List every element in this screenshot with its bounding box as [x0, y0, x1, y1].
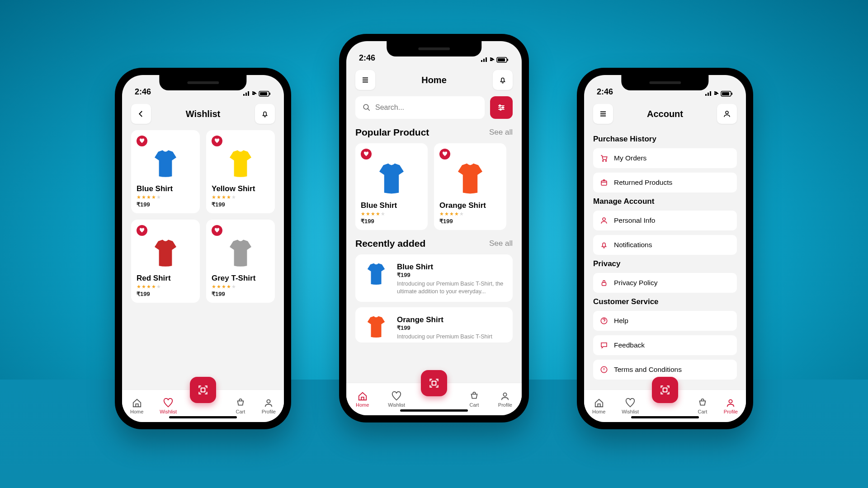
nav-cart[interactable]: Cart [698, 398, 708, 414]
popular-scroll[interactable]: Blue Shirt ★★★★★ ₹199 Orange Shirt ★★★★★… [355, 143, 513, 230]
status-icons [481, 56, 509, 63]
product-image [362, 261, 391, 288]
account-item-help[interactable]: Help [593, 311, 737, 331]
phone-home-mockup: 2:46 Home Search... [339, 34, 529, 422]
svg-point-8 [500, 109, 501, 110]
nav-profile[interactable]: Profile [724, 398, 738, 414]
svg-point-6 [499, 105, 500, 106]
product-price: ₹199 [397, 324, 506, 331]
svg-rect-16 [602, 282, 606, 286]
rating-stars: ★★★★★ [439, 211, 501, 217]
item-label: Feedback [614, 341, 645, 349]
nav-wishlist[interactable]: Wishlist [622, 398, 639, 414]
nav-profile[interactable]: Profile [498, 391, 512, 408]
product-card[interactable]: Grey T-Shirt ★★★★★ ₹199 [206, 220, 275, 303]
menu-button[interactable] [355, 70, 375, 90]
product-price: ₹199 [137, 201, 194, 208]
product-price: ₹199 [137, 291, 194, 297]
product-desc: Introducing our Premium Basic T-Shirt [397, 333, 506, 341]
product-card[interactable]: Yellow Shirt ★★★★★ ₹199 [206, 130, 275, 213]
search-input[interactable]: Search... [355, 96, 485, 119]
product-card[interactable]: Blue Shirt ★★★★★ ₹199 [355, 143, 428, 230]
nav-wishlist[interactable]: Wishlist [160, 398, 177, 414]
phone-wishlist-mockup: 2:46 Wishlist Blue Shirt ★★★★★ [115, 68, 291, 429]
heart-icon[interactable] [212, 136, 222, 146]
search-icon [363, 103, 371, 112]
back-button[interactable] [131, 104, 151, 124]
nav-home[interactable]: Home [356, 391, 369, 408]
account-item-personal-info[interactable]: Personal Info [593, 211, 737, 230]
account-item-my-orders[interactable]: My Orders [593, 148, 737, 168]
product-price: ₹199 [439, 218, 501, 225]
svg-point-15 [603, 218, 605, 221]
product-name: Blue Shirt [361, 201, 422, 210]
see-all-link[interactable]: See all [489, 239, 513, 248]
chat-icon [599, 341, 609, 349]
user-button[interactable] [717, 104, 737, 124]
rating-stars: ★★★★★ [137, 284, 194, 290]
account-item-privacy-policy[interactable]: Privacy Policy [593, 273, 737, 293]
svg-rect-10 [432, 381, 436, 385]
heart-icon[interactable] [439, 149, 450, 160]
product-name: Yellow Shirt [212, 184, 269, 193]
nav-cart[interactable]: Cart [236, 398, 245, 414]
heart-icon[interactable] [361, 149, 372, 160]
section-title: Privacy [593, 259, 737, 268]
rating-stars: ★★★★★ [361, 211, 422, 217]
nav-profile[interactable]: Profile [262, 398, 276, 414]
nav-cart[interactable]: Cart [469, 391, 479, 408]
account-item-returned[interactable]: Returned Products [593, 173, 737, 192]
notifications-button[interactable] [493, 70, 513, 90]
nav-home[interactable]: Home [592, 398, 605, 414]
product-card[interactable]: Blue Shirt ★★★★★ ₹199 [131, 130, 200, 213]
product-desc: Introducing our Premium Basic T-Shirt, t… [397, 280, 506, 296]
account-item-notifications[interactable]: Notifications [593, 235, 737, 255]
rating-stars: ★★★★★ [212, 194, 269, 200]
heart-icon[interactable] [137, 225, 147, 236]
heart-icon[interactable] [137, 136, 147, 146]
item-label: Help [614, 317, 628, 325]
scan-fab[interactable] [190, 377, 216, 403]
account-item-feedback[interactable]: Feedback [593, 335, 737, 355]
alert-icon [599, 366, 609, 374]
product-name: Blue Shirt [397, 263, 506, 272]
svg-point-7 [502, 107, 504, 108]
svg-point-3 [267, 399, 270, 403]
product-image [362, 314, 391, 341]
item-label: Returned Products [614, 178, 672, 187]
svg-point-19 [729, 399, 732, 403]
nav-home[interactable]: Home [130, 398, 143, 414]
product-name: Orange Shirt [397, 315, 506, 324]
user-icon [599, 216, 609, 225]
product-price: ₹199 [397, 272, 506, 278]
item-label: Notifications [614, 241, 652, 249]
sliders-icon [497, 103, 506, 112]
product-card[interactable]: Red Shirt ★★★★★ ₹199 [131, 220, 200, 303]
status-time: 2:46 [359, 53, 375, 63]
product-name: Red Shirt [137, 274, 194, 283]
notifications-button[interactable] [255, 104, 275, 124]
page-title: Wishlist [186, 109, 221, 119]
scan-fab[interactable] [652, 377, 678, 403]
see-all-link[interactable]: See all [489, 128, 513, 137]
section-title: Recently added [355, 238, 425, 249]
page-title: Account [647, 109, 683, 119]
scan-fab[interactable] [421, 370, 447, 396]
item-label: Privacy Policy [614, 279, 657, 287]
rating-stars: ★★★★★ [137, 194, 194, 200]
heart-icon[interactable] [212, 225, 222, 236]
status-time: 2:46 [597, 87, 613, 97]
nav-wishlist[interactable]: Wishlist [388, 391, 405, 408]
svg-point-9 [504, 393, 507, 396]
recent-item[interactable]: Blue Shirt ₹199 Introducing our Premium … [355, 254, 513, 302]
product-card[interactable]: Orange Shirt ★★★★★ ₹199 [434, 143, 506, 230]
recent-item[interactable]: Orange Shirt ₹199 Introducing our Premiu… [355, 307, 513, 343]
menu-button[interactable] [593, 104, 613, 124]
status-icons [705, 90, 733, 97]
product-price: ₹199 [212, 201, 269, 208]
filter-button[interactable] [490, 96, 513, 119]
section-title: Customer Service [593, 297, 737, 306]
box-icon [599, 178, 609, 187]
section-title: Popular Product [355, 127, 429, 138]
product-name: Blue Shirt [137, 184, 194, 193]
